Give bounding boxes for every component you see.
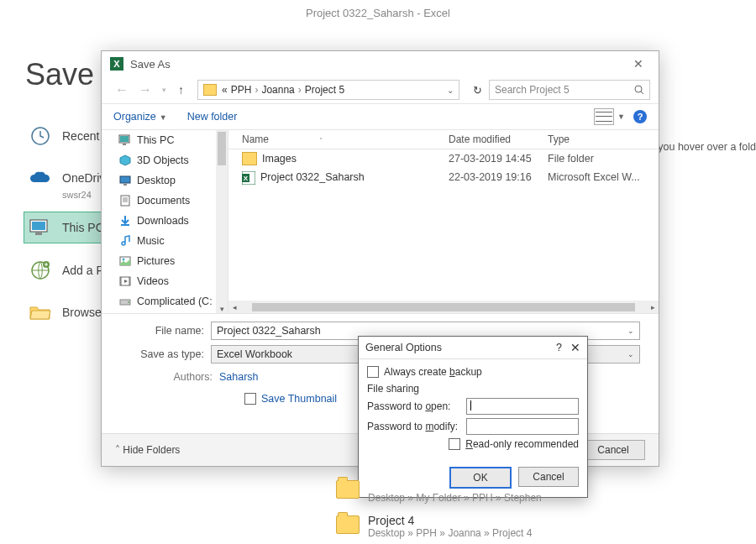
sub-dialog-title: General Options (365, 342, 556, 353)
folder-tree[interactable]: This PC 3D Objects Desktop Documents Dow… (102, 130, 228, 313)
nav-recent-label: Recent (62, 129, 99, 143)
tree-videos[interactable]: Videos (102, 271, 228, 291)
address-bar[interactable]: « PPH › Joanna › Project 5 ⌄ (197, 80, 459, 100)
view-dropdown[interactable]: ▼ (617, 112, 625, 121)
excel-icon: X (110, 57, 123, 71)
clock-icon (29, 124, 52, 148)
cancel-button[interactable]: Cancel (581, 440, 645, 460)
file-row[interactable]: Images 27-03-2019 14:45 File folder (228, 149, 659, 168)
music-icon (118, 234, 132, 248)
close-button[interactable]: ✕ (570, 341, 580, 354)
chevron-right-icon: › (255, 84, 258, 96)
recent-item[interactable]: Project 4 Desktop » PPH » Joanna » Proje… (336, 514, 542, 539)
svg-point-16 (123, 259, 125, 261)
download-icon (118, 214, 132, 228)
address-dropdown[interactable]: ⌄ (447, 86, 454, 95)
folder-icon (203, 84, 217, 96)
tree-music[interactable]: Music (102, 231, 228, 251)
nav-forward-button[interactable]: → (134, 82, 157, 97)
breadcrumb-part[interactable]: Joanna (261, 84, 294, 96)
tree-3d-objects[interactable]: 3D Objects (102, 150, 228, 170)
column-date[interactable]: Date modified (449, 133, 548, 145)
breadcrumb-part[interactable]: PPH (231, 84, 252, 96)
app-title: Project 0322_Saharsh - Excel (0, 7, 756, 19)
recent-path: Desktop » PPH » Joanna » Project 4 (368, 527, 532, 539)
read-only-checkbox[interactable]: Read-only recommended (367, 438, 579, 450)
password-open-label: Password to open: (367, 400, 466, 412)
nav-this-pc-label: This PC (62, 221, 104, 234)
pc-icon (118, 133, 132, 147)
nav-back-button[interactable]: ← (110, 82, 134, 97)
organize-button[interactable]: Organize▼ (113, 111, 167, 123)
chevron-right-icon: › (298, 84, 302, 96)
svg-rect-10 (120, 136, 129, 142)
video-icon (118, 275, 132, 288)
tree-drive-c[interactable]: Complicated (C:⌄ (102, 291, 228, 311)
column-name[interactable]: Name˄ (228, 133, 449, 145)
picture-icon (118, 254, 132, 268)
svg-rect-11 (123, 144, 126, 145)
authors-label: Authors: (120, 371, 213, 383)
password-modify-input[interactable] (466, 418, 579, 435)
breadcrumb-prefix: « (222, 84, 228, 96)
svg-point-8 (635, 86, 642, 92)
search-placeholder: Search Project 5 (495, 84, 634, 96)
new-folder-button[interactable]: New folder (187, 111, 238, 123)
folder-icon (336, 515, 360, 534)
folder-icon (336, 480, 360, 499)
search-input[interactable]: Search Project 5 (489, 80, 650, 100)
globe-plus-icon (29, 259, 52, 282)
recent-name: Project 4 (368, 514, 532, 527)
nav-up-button[interactable]: ↑ (171, 83, 191, 97)
folder-icon (242, 152, 257, 165)
drive-icon (118, 295, 132, 308)
cloud-icon (29, 166, 52, 190)
hide-folders-button[interactable]: Hide Folders (115, 444, 180, 456)
svg-rect-12 (120, 176, 130, 183)
svg-text:X: X (113, 59, 120, 69)
recent-item[interactable]: Stephen Desktop » My Folder » PPH » Step… (336, 479, 542, 504)
help-button[interactable]: ? (633, 110, 647, 123)
nav-browse-label: Browse (62, 306, 102, 319)
tree-pictures[interactable]: Pictures (102, 251, 228, 271)
checkbox-icon (367, 366, 379, 378)
help-button[interactable]: ? (556, 342, 562, 353)
dialog-title: Save As (130, 58, 627, 71)
checkbox-icon (449, 438, 460, 450)
file-hscrollbar[interactable]: ◂▸ (228, 301, 659, 313)
always-backup-checkbox[interactable]: Always create backup (367, 366, 579, 378)
desktop-icon (118, 174, 132, 187)
document-icon (118, 194, 132, 207)
hover-hint-text: you hover over a fold (658, 141, 756, 153)
tree-desktop[interactable]: Desktop (102, 170, 228, 191)
breadcrumb-part[interactable]: Project 5 (305, 84, 344, 96)
password-open-input[interactable] (466, 398, 579, 415)
file-sharing-label: File sharing (367, 383, 579, 395)
nav-history-dropdown[interactable]: ▾ (157, 86, 171, 94)
tree-this-pc[interactable]: This PC (102, 130, 228, 150)
close-button[interactable]: ✕ (627, 54, 650, 74)
authors-value[interactable]: Saharsh (219, 371, 259, 383)
password-modify-label: Password to modify: (367, 421, 466, 432)
search-icon (634, 85, 644, 95)
view-options-button[interactable] (594, 108, 614, 125)
svg-text:X: X (244, 175, 249, 182)
svg-rect-2 (32, 222, 45, 230)
file-list: Name˄ Date modified Type Images 27-03-20… (228, 130, 659, 313)
folder-open-icon (29, 301, 52, 324)
checkbox-icon (244, 393, 256, 405)
recent-projects: Stephen Desktop » My Folder » PPH » Step… (336, 479, 542, 544)
tree-scrollbar[interactable]: ▴▾ (216, 130, 228, 313)
svg-rect-14 (121, 196, 129, 206)
cube-icon (118, 154, 132, 167)
column-type[interactable]: Type (548, 133, 659, 145)
excel-file-icon: X (242, 171, 255, 183)
file-name-label: File name: (120, 325, 204, 337)
refresh-button[interactable]: ↻ (466, 84, 489, 97)
tree-downloads[interactable]: Downloads (102, 211, 228, 231)
save-type-label: Save as type: (120, 348, 204, 360)
recent-path: Desktop » My Folder » PPH » Stephen (368, 492, 542, 504)
tree-documents[interactable]: Documents (102, 191, 228, 211)
file-row[interactable]: XProject 0322_Saharsh 22-03-2019 19:16 M… (228, 168, 659, 186)
svg-point-19 (128, 301, 129, 303)
